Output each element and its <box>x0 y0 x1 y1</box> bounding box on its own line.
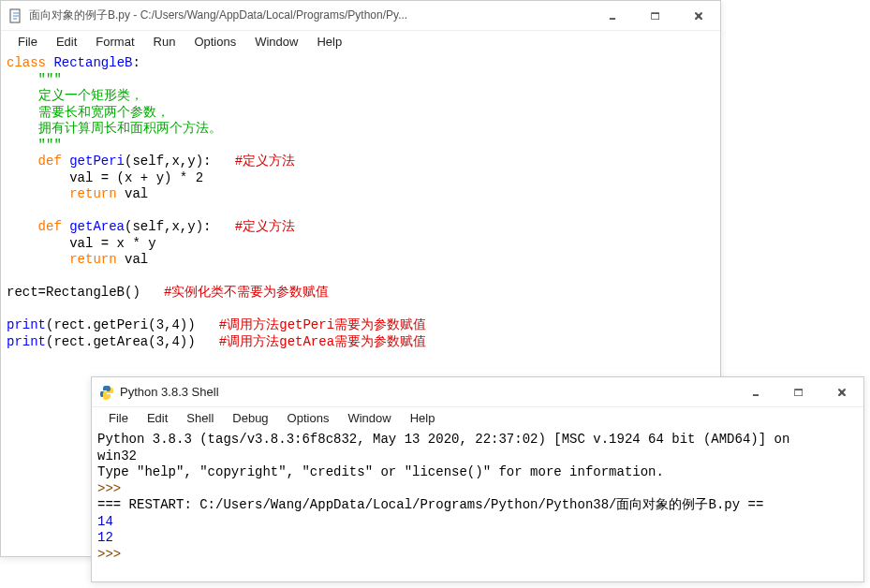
minimize-button[interactable]: 🗕 <box>591 1 634 31</box>
code-text: val = (x + y) * 2 <box>7 170 203 185</box>
code-keyword: def <box>7 154 62 169</box>
python-shell-icon <box>99 385 114 400</box>
menu-edit[interactable]: Edit <box>47 34 86 50</box>
maximize-button[interactable]: 🗖 <box>777 377 820 407</box>
shell-window-controls: 🗕 🗖 🗙 <box>734 377 863 406</box>
code-funcname: getArea <box>62 219 125 234</box>
menu-help[interactable]: Help <box>307 34 351 50</box>
shell-prompt: >>> <box>97 547 129 562</box>
code-builtin: print <box>7 317 46 332</box>
code-text: val <box>117 186 149 201</box>
code-docstring: 需要长和宽两个参数， <box>7 105 170 120</box>
menu-run[interactable]: Run <box>144 34 185 50</box>
close-button[interactable]: 🗙 <box>677 1 720 31</box>
menu-options[interactable]: Options <box>184 34 245 50</box>
editor-titlebar[interactable]: 面向对象的例子B.py - C:/Users/Wang/AppData/Loca… <box>1 1 720 31</box>
shell-output-area[interactable]: Python 3.8.3 (tags/v3.8.3:6f8c832, May 1… <box>92 428 863 566</box>
code-comment: #调用方法getArea需要为参数赋值 <box>219 334 426 349</box>
shell-prompt: >>> <box>97 481 129 496</box>
menu-shell[interactable]: Shell <box>177 410 223 426</box>
shell-output: 14 <box>97 514 113 529</box>
shell-restart-line: === RESTART: C:/Users/Wang/AppData/Local… <box>97 497 763 512</box>
code-text: (rect.getArea(3,4)) <box>46 334 219 349</box>
shell-banner: Python 3.8.3 (tags/v3.8.3:6f8c832, May 1… <box>97 432 789 447</box>
code-text: : <box>132 55 140 70</box>
shell-title: Python 3.8.3 Shell <box>120 385 734 399</box>
menu-help[interactable]: Help <box>401 410 445 426</box>
code-comment: #定义方法 <box>235 154 295 169</box>
code-comment: #定义方法 <box>235 219 295 234</box>
code-classname: RectangleB <box>46 55 132 70</box>
code-text: (self,x,y): <box>125 219 235 234</box>
code-funcname: getPeri <box>62 154 125 169</box>
menu-edit[interactable]: Edit <box>138 410 177 426</box>
editor-menubar: File Edit Format Run Options Window Help <box>1 31 720 51</box>
code-comment: #调用方法getPeri需要为参数赋值 <box>219 317 426 332</box>
maximize-button[interactable]: 🗖 <box>634 1 677 31</box>
code-keyword: return <box>7 252 117 267</box>
code-text: (rect.getPeri(3,4)) <box>46 317 219 332</box>
code-keyword: def <box>7 219 62 234</box>
code-docstring: """ <box>7 72 62 87</box>
menu-file[interactable]: File <box>99 410 138 426</box>
editor-window-controls: 🗕 🗖 🗙 <box>591 1 720 30</box>
shell-menubar: File Edit Shell Debug Options Window Hel… <box>92 407 863 428</box>
editor-title: 面向对象的例子B.py - C:/Users/Wang/AppData/Loca… <box>29 7 591 23</box>
menu-format[interactable]: Format <box>86 34 143 50</box>
code-comment: #实例化类不需要为参数赋值 <box>164 285 329 300</box>
code-docstring: """ <box>7 138 62 153</box>
code-docstring: 定义一个矩形类， <box>7 88 143 103</box>
close-button[interactable]: 🗙 <box>820 377 863 407</box>
editor-code-area[interactable]: class RectangleB: """ 定义一个矩形类， 需要长和宽两个参数… <box>1 51 720 354</box>
menu-window[interactable]: Window <box>245 34 307 50</box>
shell-banner: win32 <box>97 448 137 463</box>
shell-window: Python 3.8.3 Shell 🗕 🗖 🗙 File Edit Shell… <box>91 376 864 582</box>
python-file-icon <box>8 8 23 23</box>
menu-debug[interactable]: Debug <box>223 410 277 426</box>
code-builtin: print <box>7 334 46 349</box>
menu-file[interactable]: File <box>8 34 47 50</box>
minimize-button[interactable]: 🗕 <box>734 377 777 407</box>
menu-options[interactable]: Options <box>278 410 339 426</box>
menu-window[interactable]: Window <box>338 410 400 426</box>
shell-banner: Type "help", "copyright", "credits" or "… <box>97 464 664 479</box>
code-keyword: return <box>7 186 117 201</box>
code-docstring: 拥有计算周长和面积两个方法。 <box>7 121 222 136</box>
code-keyword: class <box>7 55 46 70</box>
shell-output: 12 <box>97 530 113 545</box>
code-text: rect=RectangleB() <box>7 285 164 300</box>
shell-titlebar[interactable]: Python 3.8.3 Shell 🗕 🗖 🗙 <box>92 377 863 407</box>
code-text: val <box>117 252 149 267</box>
code-text: val = x * y <box>7 236 156 251</box>
code-text: (self,x,y): <box>125 154 235 169</box>
